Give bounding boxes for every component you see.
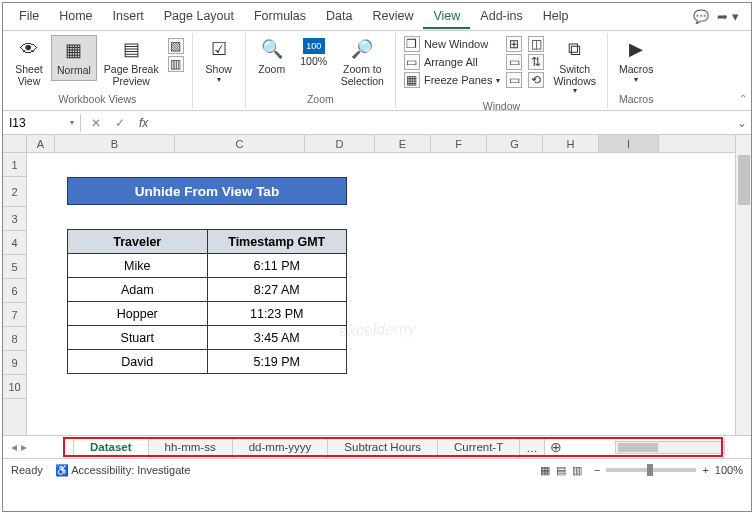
arrange-all-button[interactable]: ▭Arrange All <box>402 53 502 71</box>
formula-input[interactable] <box>158 121 733 125</box>
column-header[interactable]: I <box>599 135 659 152</box>
menu-tab-page-layout[interactable]: Page Layout <box>154 5 244 29</box>
sheet-view-button[interactable]: 👁 Sheet View <box>9 35 49 90</box>
row-header[interactable]: 8 <box>3 327 26 351</box>
new-sheet-button[interactable]: ⊕ <box>544 437 568 457</box>
row-header[interactable]: 4 <box>3 231 26 255</box>
title-bar-actions: 💬 ➦ ▾ <box>693 9 745 24</box>
normal-view-icon[interactable]: ▦ <box>540 464 550 477</box>
cell[interactable]: 5:19 PM <box>207 350 347 374</box>
table-row[interactable]: Stuart3:45 AM <box>68 326 347 350</box>
row-header[interactable]: 7 <box>3 303 26 327</box>
sheet-tab-dataset[interactable]: Dataset <box>73 437 149 458</box>
column-header[interactable]: C <box>175 135 305 152</box>
cell[interactable]: Mike <box>68 254 208 278</box>
cell[interactable]: 6:11 PM <box>207 254 347 278</box>
row-header[interactable]: 2 <box>3 177 26 207</box>
fx-icon[interactable]: fx <box>139 116 148 130</box>
zoom-slider[interactable] <box>606 468 696 472</box>
ribbon-group-label: Macros <box>619 92 653 106</box>
row-header[interactable]: 10 <box>3 375 26 399</box>
zoom-button[interactable]: 🔍 Zoom <box>252 35 292 79</box>
row-header[interactable]: 3 <box>3 207 26 231</box>
sheet-tab-current-t[interactable]: Current-T <box>437 437 520 458</box>
table-row[interactable]: Mike6:11 PM <box>68 254 347 278</box>
table-row[interactable]: Hopper11:23 PM <box>68 302 347 326</box>
menu-tab-data[interactable]: Data <box>316 5 362 29</box>
view-side-by-side-button[interactable]: ◫ <box>526 35 546 53</box>
menu-tab-file[interactable]: File <box>9 5 49 29</box>
column-header[interactable]: B <box>55 135 175 152</box>
menu-tab-view[interactable]: View <box>423 5 470 29</box>
row-header[interactable]: 6 <box>3 279 26 303</box>
column-header[interactable]: A <box>27 135 55 152</box>
menu-tab-formulas[interactable]: Formulas <box>244 5 316 29</box>
custom-views-button[interactable]: ▥ <box>166 55 186 73</box>
merged-title-cell[interactable]: Unhide From View Tab <box>67 177 347 205</box>
horizontal-scrollbar[interactable] <box>615 441 725 454</box>
zoom-in-icon[interactable]: + <box>702 464 708 476</box>
page-break-view-icon[interactable]: ▥ <box>572 464 582 477</box>
table-row[interactable]: Adam8:27 AM <box>68 278 347 302</box>
page-layout-button[interactable]: ▧ <box>166 37 186 55</box>
page-break-preview-button[interactable]: ▤ Page Break Preview <box>99 35 164 90</box>
macros-button[interactable]: ▶ Macros ▾ <box>614 35 658 87</box>
zoom-level[interactable]: 100% <box>715 464 743 476</box>
column-header[interactable]: D <box>305 135 375 152</box>
switch-windows-button[interactable]: ⧉ Switch Windows ▾ <box>548 35 601 99</box>
accessibility-checker[interactable]: ♿ Accessibility: Investigate <box>55 464 191 477</box>
expand-formula-bar-icon[interactable]: ⌄ <box>733 116 751 130</box>
cell[interactable]: 11:23 PM <box>207 302 347 326</box>
column-header[interactable]: H <box>543 135 599 152</box>
sheet-tab-hh-mm-ss[interactable]: hh-mm-ss <box>148 437 233 458</box>
page-layout-view-icon[interactable]: ▤ <box>556 464 566 477</box>
unhide-button[interactable]: ▭ <box>504 71 524 89</box>
freeze-panes-button[interactable]: ▦Freeze Panes ▾ <box>402 71 502 89</box>
cell[interactable]: Adam <box>68 278 208 302</box>
enter-formula-icon[interactable]: ✓ <box>115 116 125 130</box>
normal-view-button[interactable]: ▦ Normal <box>51 35 97 81</box>
cell[interactable]: 3:45 AM <box>207 326 347 350</box>
vertical-scrollbar[interactable] <box>735 135 751 435</box>
share-icon[interactable]: ➦ ▾ <box>717 9 739 24</box>
ribbon-collapse-icon[interactable]: ⌃ <box>664 33 751 108</box>
sheet-tab-subtract-hours[interactable]: Subtract Hours <box>327 437 438 458</box>
sheet-tab-dd-mm-yyyy[interactable]: dd-mm-yyyy <box>232 437 329 458</box>
cell[interactable]: David <box>68 350 208 374</box>
zoom-to-selection-button[interactable]: 🔎 Zoom to Selection <box>336 35 389 90</box>
sync-scroll-button[interactable]: ⇅ <box>526 53 546 71</box>
table-row[interactable]: David5:19 PM <box>68 350 347 374</box>
header-timestamp[interactable]: Timestamp GMT <box>207 230 347 254</box>
scroll-tabs-right-icon[interactable]: ▸ <box>21 440 27 454</box>
menu-tab-review[interactable]: Review <box>362 5 423 29</box>
name-box[interactable]: I13▾ <box>3 114 81 132</box>
column-header[interactable]: G <box>487 135 543 152</box>
reset-window-button[interactable]: ⟲ <box>526 71 546 89</box>
split-button[interactable]: ⊞ <box>504 35 524 53</box>
column-header[interactable]: E <box>375 135 431 152</box>
row-header[interactable]: 1 <box>3 153 26 177</box>
row-header[interactable]: 9 <box>3 351 26 375</box>
data-table[interactable]: Traveler Timestamp GMT Mike6:11 PMAdam8:… <box>67 229 347 374</box>
zoom-out-icon[interactable]: − <box>594 464 600 476</box>
cancel-formula-icon[interactable]: ✕ <box>91 116 101 130</box>
zoom-100-button[interactable]: 100 100% <box>294 35 334 71</box>
menu-tab-add-ins[interactable]: Add-ins <box>470 5 532 29</box>
cell[interactable]: 8:27 AM <box>207 278 347 302</box>
more-tabs-icon[interactable]: … <box>519 438 545 457</box>
column-header[interactable]: F <box>431 135 487 152</box>
show-button[interactable]: ☑ Show ▾ <box>199 35 239 87</box>
comments-icon[interactable]: 💬 <box>693 9 709 24</box>
scroll-tabs-left-icon[interactable]: ◂ <box>11 440 17 454</box>
menu-tab-help[interactable]: Help <box>533 5 579 29</box>
cell[interactable]: Stuart <box>68 326 208 350</box>
menu-tab-home[interactable]: Home <box>49 5 102 29</box>
worksheet-grid[interactable]: ABCDEFGHI 12345678910 Unhide From View T… <box>3 135 751 435</box>
cell[interactable]: Hopper <box>68 302 208 326</box>
hide-button[interactable]: ▭ <box>504 53 524 71</box>
menu-tab-insert[interactable]: Insert <box>103 5 154 29</box>
select-all-corner[interactable] <box>3 135 27 153</box>
header-traveler[interactable]: Traveler <box>68 230 208 254</box>
new-window-button[interactable]: ❐New Window <box>402 35 502 53</box>
row-header[interactable]: 5 <box>3 255 26 279</box>
